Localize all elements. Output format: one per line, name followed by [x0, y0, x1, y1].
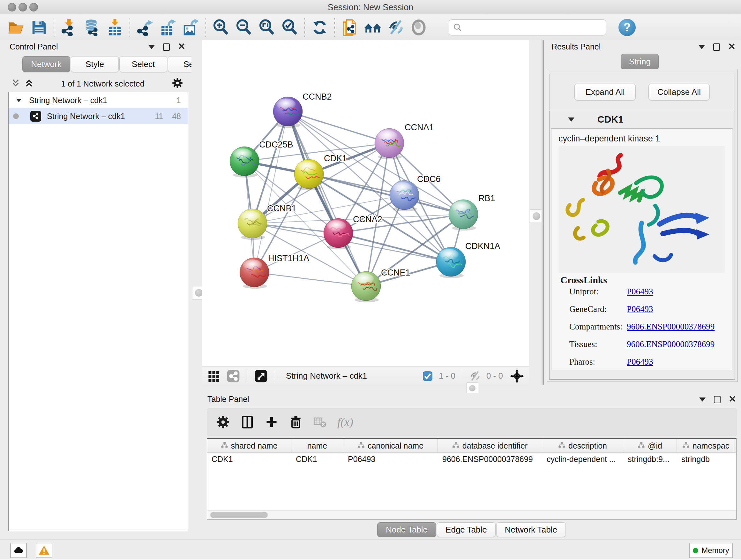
zoom-fit-content-icon[interactable] [258, 18, 276, 37]
tab-network-table[interactable]: Network Table [496, 522, 566, 537]
horizontal-scrollbar[interactable] [207, 510, 736, 519]
birds-eye-view-icon[interactable] [254, 369, 268, 383]
network-edge[interactable] [288, 111, 389, 143]
panel-close-icon[interactable] [729, 395, 736, 403]
apply-preferred-layout-icon[interactable] [311, 18, 329, 37]
panel-menu-icon[interactable] [699, 397, 705, 401]
share-document-icon[interactable] [340, 18, 359, 37]
column-header-description[interactable]: description [542, 439, 623, 452]
search-input[interactable] [465, 22, 606, 32]
expand-all-networks-icon[interactable] [24, 78, 34, 89]
pan-crosshair-icon[interactable] [510, 369, 524, 383]
network-node-CDC25B[interactable] [230, 146, 259, 178]
table-panel-splitter[interactable] [202, 385, 741, 393]
memory-status-dot [693, 548, 698, 553]
network-canvas[interactable]: CCNB2CCNA1CDC25BCDK1CDC6RB1CCNB1CCNA2CDK… [202, 40, 529, 367]
crosslink-row: Tissues:9606.ENSP00000378699 [569, 339, 732, 349]
warnings-button[interactable] [36, 543, 52, 558]
show-glass-eye-icon[interactable] [409, 18, 428, 37]
panel-float-icon[interactable] [713, 44, 720, 51]
splitter-grip[interactable] [530, 209, 543, 223]
network-node-CCNE1[interactable] [351, 271, 381, 302]
scrollbar-thumb[interactable] [210, 512, 268, 518]
panel-close-icon[interactable] [728, 43, 735, 51]
column-header-namespac[interactable]: namespac [677, 439, 735, 452]
selected-checkbox-icon[interactable] [422, 371, 433, 381]
import-table-from-file-icon[interactable] [106, 18, 124, 37]
table-cell[interactable]: stringdb [677, 452, 735, 466]
crosslink-link[interactable]: P06493 [627, 357, 653, 367]
column-type-icon [221, 441, 228, 450]
panel-float-icon[interactable] [714, 396, 721, 403]
export-network-icon[interactable] [136, 18, 154, 37]
open-session-icon[interactable] [7, 18, 25, 37]
expand-all-button[interactable]: Expand All [575, 84, 636, 100]
network-edge[interactable] [254, 111, 288, 272]
collapse-all-networks-icon[interactable] [11, 78, 20, 89]
show-columns-icon[interactable] [240, 415, 254, 429]
network-row-selected[interactable]: String Network – cdk1 11 48 [9, 108, 188, 124]
network-node-CCNB1[interactable] [238, 209, 267, 240]
add-column-icon[interactable] [265, 415, 279, 429]
zoom-selected-region-icon[interactable] [280, 18, 299, 37]
tab-select[interactable]: Select [119, 56, 167, 72]
tab-style[interactable]: Style [71, 56, 119, 72]
tab-string[interactable]: String [621, 54, 659, 70]
splitter-grip[interactable] [467, 382, 478, 394]
panel-menu-icon[interactable] [148, 45, 155, 49]
hidden-eye-slash-icon[interactable] [469, 370, 481, 382]
string-home-icon[interactable] [363, 18, 382, 37]
status-bar: Memory [0, 540, 741, 560]
help-icon[interactable]: ? [618, 19, 636, 36]
column-header--id[interactable]: @id [623, 439, 677, 452]
table-row[interactable]: CDK1CDK1P064939606.ENSP00000378699cyclin… [207, 452, 736, 466]
protein-card-collapse-icon[interactable] [568, 118, 575, 122]
tab-network[interactable]: Network [22, 56, 70, 72]
crosslink-link[interactable]: P06493 [627, 287, 653, 297]
hide-glass-eye-slash-icon[interactable] [387, 18, 405, 37]
zoom-in-icon[interactable] [212, 18, 230, 37]
network-node-RB1[interactable] [449, 199, 478, 231]
crosslink-label: GeneCard: [569, 304, 627, 314]
string-view-icon[interactable] [226, 369, 240, 383]
panel-menu-icon[interactable] [698, 45, 705, 49]
column-header-name[interactable]: name [291, 439, 343, 452]
column-header-database-identifier[interactable]: database identifier [438, 439, 542, 452]
network-node-CDKN1A[interactable] [436, 247, 466, 278]
network-collection-row[interactable]: String Network – cdk1 1 [9, 92, 188, 108]
import-network-from-file-icon[interactable] [60, 18, 78, 37]
table-cell[interactable]: CDK1 [207, 452, 291, 466]
network-node-HIST1H1A[interactable] [240, 258, 269, 289]
table-cell[interactable]: 9606.ENSP00000378699 [438, 452, 542, 466]
network-node-CCNA2[interactable] [324, 219, 353, 249]
table-cell[interactable]: cyclin-dependent ... [542, 452, 623, 466]
crosslink-link[interactable]: 9606.ENSP00000378699 [627, 322, 715, 332]
network-options-gear-icon[interactable] [172, 77, 183, 90]
tab-edge-table[interactable]: Edge Table [437, 522, 495, 537]
crosslink-link[interactable]: P06493 [627, 304, 653, 314]
network-node-CDC6[interactable] [390, 180, 419, 211]
crosslink-link[interactable]: 9606.ENSP00000378699 [627, 339, 715, 349]
save-session-icon[interactable] [30, 18, 48, 37]
export-image-icon[interactable] [182, 18, 200, 37]
cloud-status-button[interactable] [10, 543, 27, 558]
table-cell[interactable]: stringdb:9... [623, 452, 677, 466]
import-network-from-database-icon[interactable] [83, 18, 101, 37]
memory-button[interactable]: Memory [689, 543, 733, 558]
table-options-gear-icon[interactable] [216, 415, 230, 429]
column-header-canonical-name[interactable]: canonical name [343, 439, 438, 452]
zoom-out-icon[interactable] [234, 18, 253, 37]
tab-node-table[interactable]: Node Table [377, 522, 436, 537]
network-edge[interactable] [254, 272, 366, 286]
collection-expand-icon[interactable] [16, 98, 22, 102]
export-table-icon[interactable] [158, 18, 177, 37]
grid-mode-icon[interactable] [207, 370, 220, 382]
column-header-shared-name[interactable]: shared name [207, 439, 291, 452]
network-node-CCNA1[interactable] [375, 128, 404, 159]
table-cell[interactable]: P06493 [343, 452, 438, 466]
panel-close-icon[interactable] [178, 43, 185, 51]
delete-column-trash-icon[interactable] [289, 415, 303, 429]
panel-float-icon[interactable] [163, 44, 170, 51]
collapse-all-button[interactable]: Collapse All [649, 84, 710, 100]
table-cell[interactable]: CDK1 [291, 452, 343, 466]
